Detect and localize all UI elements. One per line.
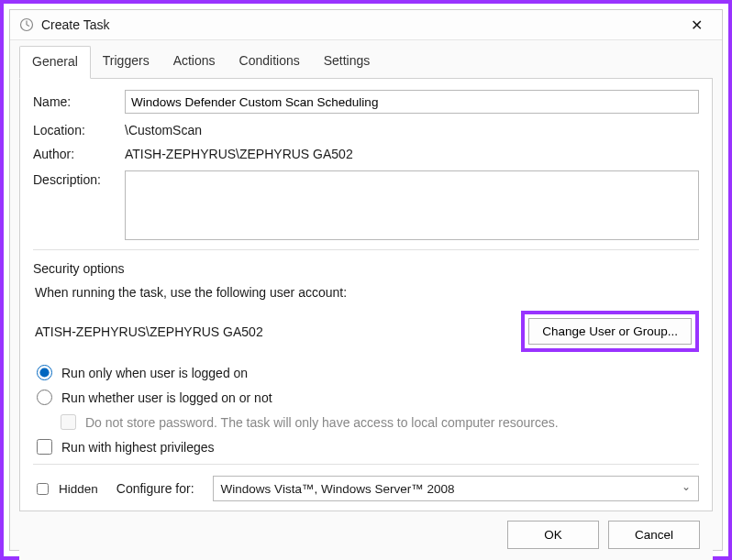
- ok-button[interactable]: OK: [507, 521, 599, 549]
- tab-general[interactable]: General: [19, 46, 91, 79]
- create-task-dialog: Create Task ✕ General Triggers Actions C…: [9, 9, 723, 551]
- radio-logged-on[interactable]: [37, 365, 52, 380]
- radio-logged-on-label: Run only when user is logged on: [61, 366, 248, 380]
- security-options-label: Security options: [33, 261, 699, 276]
- highlight-box: Change User or Group...: [521, 311, 699, 352]
- description-label: Description:: [33, 170, 125, 187]
- location-label: Location:: [33, 123, 125, 137]
- checkbox-no-store-pw-option: Do not store password. The task will onl…: [59, 414, 699, 430]
- configure-for-label: Configure for:: [116, 481, 194, 496]
- checkbox-no-store-pw: [61, 414, 76, 430]
- svg-line-2: [27, 25, 29, 27]
- configure-for-select[interactable]: Windows Vista™, Windows Server™ 2008: [213, 476, 699, 501]
- dialog-footer: OK Cancel: [19, 511, 713, 560]
- radio-not-logged[interactable]: [37, 390, 52, 405]
- radio-not-logged-label: Run whether user is logged on or not: [61, 390, 272, 405]
- checkbox-highest-priv[interactable]: [37, 439, 52, 455]
- author-label: Author:: [33, 147, 125, 161]
- checkbox-highest-priv-option[interactable]: Run with highest privileges: [35, 439, 699, 455]
- close-button[interactable]: ✕: [678, 10, 715, 39]
- tab-actions[interactable]: Actions: [161, 46, 227, 78]
- author-value: ATISH-ZEPHYRUS\ZEPHYRUS GA502: [125, 147, 353, 161]
- radio-not-logged-option[interactable]: Run whether user is logged on or not: [35, 390, 699, 405]
- radio-logged-on-option[interactable]: Run only when user is logged on: [35, 365, 699, 380]
- configure-for-value: Windows Vista™, Windows Server™ 2008: [221, 482, 455, 496]
- title-bar: Create Task ✕: [10, 10, 722, 40]
- change-user-button[interactable]: Change User or Group...: [528, 318, 692, 345]
- tab-conditions[interactable]: Conditions: [227, 46, 312, 78]
- tab-settings[interactable]: Settings: [312, 46, 383, 78]
- name-input[interactable]: [125, 90, 699, 114]
- highest-priv-label: Run with highest privileges: [61, 440, 215, 455]
- name-label: Name:: [33, 94, 125, 109]
- description-input[interactable]: [125, 170, 699, 240]
- when-running-text: When running the task, use the following…: [35, 285, 699, 300]
- hidden-label: Hidden: [59, 482, 98, 496]
- tab-body-general: Name: Location: \CustomScan Author: ATIS…: [19, 79, 713, 511]
- tab-strip: General Triggers Actions Conditions Sett…: [19, 46, 713, 79]
- no-store-pw-label: Do not store password. The task will onl…: [85, 415, 559, 430]
- checkbox-hidden-option[interactable]: Hidden: [33, 480, 98, 498]
- tab-triggers[interactable]: Triggers: [91, 46, 161, 78]
- checkbox-hidden[interactable]: [37, 483, 49, 495]
- user-account-value: ATISH-ZEPHYRUS\ZEPHYRUS GA502: [35, 324, 521, 339]
- location-value: \CustomScan: [125, 123, 202, 137]
- cancel-button[interactable]: Cancel: [608, 521, 700, 549]
- window-title: Create Task: [41, 17, 678, 32]
- task-scheduler-icon: [19, 17, 34, 32]
